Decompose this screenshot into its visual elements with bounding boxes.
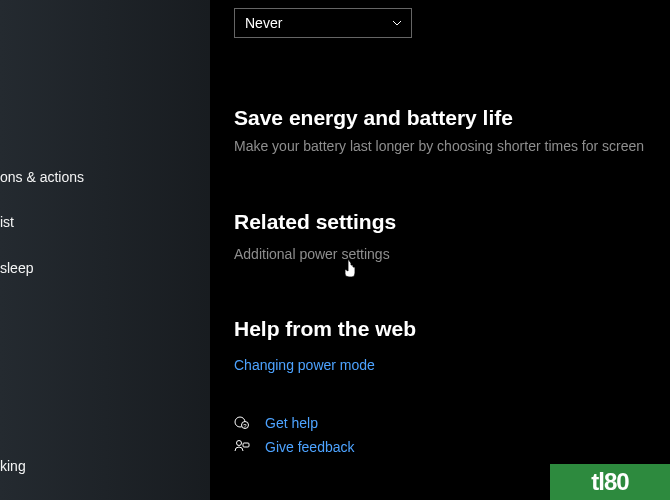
sleep-dropdown[interactable]: Never <box>234 8 412 38</box>
sidebar-item-label: ist <box>0 214 14 230</box>
main-content: Never Save energy and battery life Make … <box>210 0 670 500</box>
helpweb-heading: Help from the web <box>234 317 670 341</box>
chevron-down-icon <box>391 17 403 29</box>
svg-rect-4 <box>243 443 249 447</box>
help-links: ? Get help Give feedback <box>234 415 670 455</box>
related-heading: Related settings <box>234 210 670 234</box>
changing-power-mode-link[interactable]: Changing power mode <box>234 357 670 373</box>
sidebar-item-power-sleep[interactable]: sleep <box>0 249 210 287</box>
dropdown-value: Never <box>245 15 282 31</box>
sidebar-item-label: sleep <box>0 260 33 276</box>
sidebar-item-notifications-actions[interactable]: ons & actions <box>0 158 210 196</box>
energy-description: Make your battery last longer by choosin… <box>234 138 670 154</box>
get-help-label: Get help <box>265 415 318 431</box>
feedback-icon <box>234 439 250 455</box>
help-icon: ? <box>234 415 250 431</box>
give-feedback-label: Give feedback <box>265 439 355 455</box>
sidebar-item-label: ons & actions <box>0 169 84 185</box>
watermark: tl80 <box>550 464 670 500</box>
energy-heading: Save energy and battery life <box>234 106 670 130</box>
get-help-row[interactable]: ? Get help <box>234 415 670 431</box>
sidebar-item-focus-assist[interactable]: ist <box>0 203 210 241</box>
sidebar: ons & actions ist sleep king <box>0 0 210 500</box>
sidebar-item-label: king <box>0 458 26 474</box>
watermark-text: tl80 <box>591 468 628 496</box>
give-feedback-row[interactable]: Give feedback <box>234 439 670 455</box>
additional-power-settings-link[interactable]: Additional power settings <box>234 246 670 262</box>
sidebar-item-multitasking[interactable]: king <box>0 447 210 485</box>
svg-point-3 <box>237 441 242 446</box>
